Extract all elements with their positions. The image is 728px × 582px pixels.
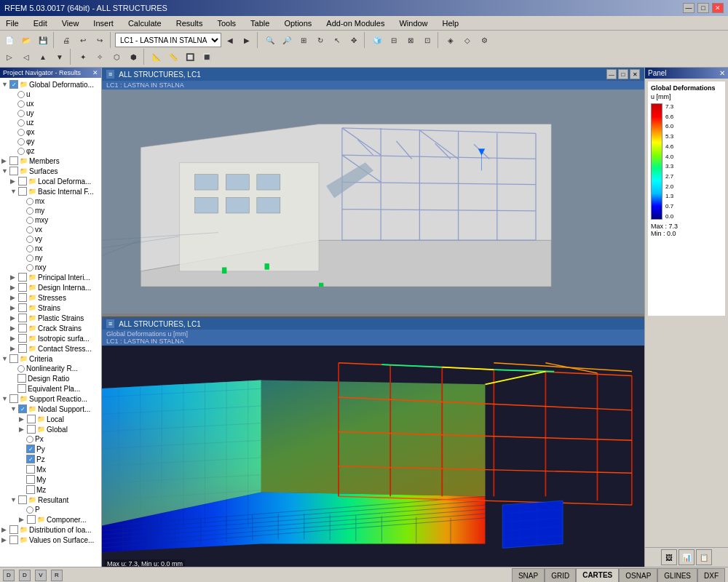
tree-item[interactable]: Px xyxy=(1,434,100,444)
tb2-btn7[interactable]: ⬡ xyxy=(108,49,124,65)
tree-item[interactable]: my xyxy=(1,206,100,215)
tree-item[interactable]: ▼📁Surfaces xyxy=(1,166,100,176)
panel-btn-2[interactable]: 📊 xyxy=(678,549,695,565)
tree-folder-check[interactable] xyxy=(9,167,18,175)
tree-expand-icon[interactable]: ▶ xyxy=(1,157,9,164)
status-tab-glines[interactable]: GLINES xyxy=(657,568,697,583)
nav-prev-button[interactable]: ◀ xyxy=(222,32,238,48)
tree-item[interactable]: ▶📁Strains xyxy=(1,303,100,313)
tb2-btn5[interactable]: ✦ xyxy=(75,49,91,65)
panel-btn-3[interactable]: 📋 xyxy=(696,549,712,565)
menu-item-tools[interactable]: Tools xyxy=(214,17,239,29)
tree-item[interactable]: ▶📁Distribution of loa... xyxy=(1,525,100,535)
tree-item[interactable]: ▶📁Stresses xyxy=(1,292,100,303)
view-3d-button[interactable]: 🧊 xyxy=(369,32,385,48)
tree-radio[interactable] xyxy=(17,100,25,108)
tree-checkbox[interactable] xyxy=(17,384,26,393)
tree-expand-icon[interactable]: ▶ xyxy=(19,516,26,523)
tree-item[interactable]: uz xyxy=(1,118,100,127)
tree-radio[interactable] xyxy=(26,217,33,224)
tree-item[interactable]: Mx xyxy=(1,464,100,474)
tree-checkbox[interactable] xyxy=(26,475,35,484)
tree-expand-icon[interactable]: ▼ xyxy=(10,496,17,503)
tree-radio[interactable] xyxy=(17,138,25,146)
tree-item[interactable]: ▶📁Componer... xyxy=(1,514,100,525)
tree-folder-check[interactable] xyxy=(18,495,27,504)
tree-expand-icon[interactable]: ▶ xyxy=(10,284,17,291)
view-xy-button[interactable]: ⊟ xyxy=(386,32,402,48)
wire-button[interactable]: ◇ xyxy=(459,32,475,48)
tree-folder-check[interactable] xyxy=(27,425,36,434)
settings-button[interactable]: ⚙ xyxy=(476,32,492,48)
tree-item[interactable]: Mz xyxy=(1,485,100,495)
tree-item[interactable]: ✓Pz xyxy=(1,454,100,464)
tree-checkbox[interactable]: ✓ xyxy=(26,455,35,463)
tree-checkbox[interactable] xyxy=(26,465,35,474)
menu-item-file[interactable]: File xyxy=(3,17,22,29)
tb2-btn12[interactable]: 🔳 xyxy=(199,49,215,65)
view-bottom-canvas[interactable]: Max u: 7.3, Min u: 0.0 mm xyxy=(102,346,644,567)
tree-expand-icon[interactable]: ▶ xyxy=(10,304,17,311)
tree-item[interactable]: Design Ratio xyxy=(1,373,100,383)
tree-radio[interactable] xyxy=(26,436,33,443)
status-indicator-4[interactable]: R xyxy=(51,570,63,581)
tree-expand-icon[interactable]: ▶ xyxy=(10,324,17,332)
tree-item[interactable]: ▼📁Basic Internal F... xyxy=(1,186,100,196)
render-button[interactable]: ◈ xyxy=(443,32,459,48)
tree-item[interactable]: ▼✓📁Nodal Support... xyxy=(1,404,100,414)
tree-radio[interactable] xyxy=(26,506,33,514)
tree-item[interactable]: ▼📁Criteria xyxy=(1,354,100,364)
tree-expand-icon[interactable]: ▶ xyxy=(10,294,17,301)
tree-item[interactable]: ▶📁Local xyxy=(1,414,100,424)
tb2-btn11[interactable]: 🔲 xyxy=(182,49,198,65)
panel-close-button[interactable]: ✕ xyxy=(719,69,725,77)
tree-item[interactable]: Nonlinearity R... xyxy=(1,364,100,373)
tree-radio[interactable] xyxy=(26,236,33,243)
status-tab-osnap[interactable]: OSNAP xyxy=(619,568,657,583)
tree-item[interactable]: ▶📁Isotropic surfa... xyxy=(1,333,100,343)
tree-item[interactable]: nx xyxy=(1,244,100,253)
tree-radio[interactable] xyxy=(17,91,25,98)
menu-item-help[interactable]: Help xyxy=(440,17,462,29)
tree-expand-icon[interactable]: ▶ xyxy=(1,526,9,533)
view-xz-button[interactable]: ⊠ xyxy=(403,32,419,48)
tree-expand-icon[interactable]: ▶ xyxy=(10,335,17,342)
tree-folder-check[interactable] xyxy=(18,344,27,353)
tree-folder-check[interactable] xyxy=(18,187,27,196)
zoom-in-button[interactable]: 🔍 xyxy=(262,32,278,48)
tree-folder-check[interactable] xyxy=(18,273,27,282)
select-button[interactable]: ↖ xyxy=(329,32,345,48)
tree-folder-check[interactable] xyxy=(18,283,27,292)
tree-expand-icon[interactable]: ▼ xyxy=(1,355,9,362)
tree-folder-check[interactable] xyxy=(18,293,27,302)
tree-expand-icon[interactable]: ▼ xyxy=(10,405,17,412)
menu-item-options[interactable]: Options xyxy=(281,17,314,29)
view-top-canvas[interactable] xyxy=(102,89,644,314)
print-button[interactable]: 🖨 xyxy=(58,32,74,48)
tree-expand-icon[interactable]: ▼ xyxy=(1,395,9,402)
new-button[interactable]: 📄 xyxy=(1,32,17,48)
tree-radio[interactable] xyxy=(26,245,33,252)
open-button[interactable]: 📂 xyxy=(18,32,34,48)
tree-item[interactable]: φz xyxy=(1,146,100,156)
menu-item-addonmodules[interactable]: Add-on Modules xyxy=(323,17,387,29)
menu-item-calculate[interactable]: Calculate xyxy=(125,17,165,29)
tree-folder-check[interactable] xyxy=(18,177,27,186)
tree-item[interactable]: ny xyxy=(1,253,100,263)
tree-item[interactable]: φx xyxy=(1,127,100,137)
tree-item[interactable]: ▼📁Support Reactio... xyxy=(1,394,100,404)
load-case-combo[interactable]: LC1 - LASTNA IN STALNA xyxy=(115,33,221,47)
view-top-max-button[interactable]: □ xyxy=(618,69,628,79)
tree-item[interactable]: ▶📁Principal Interi... xyxy=(1,272,100,282)
tb2-btn4[interactable]: ▼ xyxy=(52,49,68,65)
tree-item[interactable]: ▶📁Crack Strains xyxy=(1,323,100,333)
tree-item[interactable]: nxy xyxy=(1,263,100,272)
tree-expand-icon[interactable]: ▶ xyxy=(10,314,17,322)
tree-folder-check[interactable] xyxy=(18,314,27,322)
tb2-btn8[interactable]: ⬢ xyxy=(125,49,141,65)
tree-radio[interactable] xyxy=(26,198,33,205)
tree-expand-icon[interactable]: ▶ xyxy=(1,536,9,543)
tree-folder-check[interactable] xyxy=(18,324,27,332)
tree-checkbox[interactable] xyxy=(26,485,35,494)
tree-item[interactable]: ▶📁Members xyxy=(1,156,100,166)
